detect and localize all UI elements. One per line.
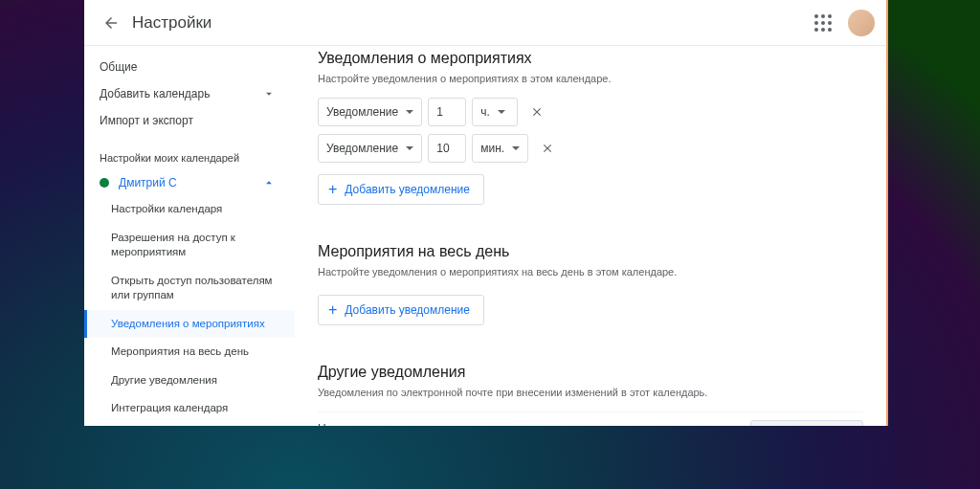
subitem-share-users[interactable]: Открыть доступ пользователям или группам	[84, 267, 295, 310]
subitem-integrate[interactable]: Интеграция календаря	[84, 394, 295, 423]
settings-window: Настройки Общие Добавить календарь Импор…	[84, 0, 888, 426]
section-title: Другие уведомления	[318, 364, 863, 381]
remove-notif-button[interactable]	[534, 135, 561, 162]
notif-unit-select[interactable]: ч.	[472, 98, 518, 126]
dropdown-icon	[498, 110, 505, 114]
sidebar-my-calendars-heading: Настройки моих календарей	[84, 145, 295, 170]
calendar-color-dot	[100, 178, 109, 188]
sidebar-add-calendar[interactable]: Добавить календарь	[84, 80, 295, 107]
section-desc: Настройте уведомления о мероприятиях на …	[318, 266, 863, 278]
notif-unit-label: мин.	[480, 142, 504, 155]
arrow-left-icon	[102, 14, 120, 32]
add-notif-label: Добавить уведомление	[345, 303, 470, 317]
other-row-title: Новые мероприятия	[318, 422, 522, 426]
section-all-day: Мероприятия на весь день Настройте уведо…	[318, 243, 863, 325]
apps-button[interactable]	[808, 8, 838, 38]
close-icon	[530, 105, 544, 119]
sidebar-subitems: Настройки календаря Разрешения на доступ…	[84, 195, 295, 426]
plus-icon: +	[328, 302, 337, 318]
notif-unit-label: ч.	[480, 105, 490, 119]
page-title: Настройки	[132, 13, 212, 33]
body: Общие Добавить календарь Импорт и экспор…	[84, 46, 886, 426]
sidebar-add-calendar-label: Добавить календарь	[100, 87, 210, 100]
dropdown-icon	[512, 146, 520, 150]
other-row-new-events: Новые мероприятия Добавление мероприятия…	[318, 411, 863, 426]
remove-notif-button[interactable]	[523, 99, 550, 125]
close-icon	[541, 142, 554, 155]
notif-type-select[interactable]: Уведомление	[318, 98, 422, 126]
add-notification-button[interactable]: + Добавить уведомление	[318, 174, 484, 205]
notif-type-label: Уведомление	[326, 105, 398, 119]
notif-type-label: Уведомление	[326, 142, 398, 155]
section-other-notifs: Другие уведомления Уведомления по электр…	[318, 364, 863, 426]
add-allday-notification-button[interactable]: + Добавить уведомление	[318, 295, 484, 325]
section-event-notifs: Уведомления о мероприятиях Настройте уве…	[318, 50, 863, 205]
dropdown-icon	[406, 110, 413, 114]
plus-icon: +	[328, 182, 337, 197]
subitem-delete-cal[interactable]: Удаление календаря	[84, 423, 295, 426]
subitem-cal-settings[interactable]: Настройки календаря	[84, 195, 295, 224]
dropdown-icon	[406, 146, 413, 150]
notif-value-input[interactable]	[428, 134, 466, 163]
add-notif-label: Добавить уведомление	[345, 183, 470, 196]
notif-type-select[interactable]: Уведомление	[318, 134, 422, 163]
notif-row: Уведомление ч.	[318, 98, 863, 126]
sidebar: Общие Добавить календарь Импорт и экспор…	[84, 46, 295, 426]
subitem-event-notifs[interactable]: Уведомления о мероприятиях	[84, 310, 295, 339]
subitem-access-perms[interactable]: Разрешения на доступ к мероприятиям	[84, 224, 295, 267]
chevron-up-icon	[262, 176, 276, 189]
apps-icon	[814, 14, 832, 32]
section-desc: Уведомления по электронной почте при вне…	[318, 387, 863, 398]
chevron-down-icon	[262, 87, 276, 100]
subitem-other-notifs[interactable]: Другие уведомления	[84, 367, 295, 395]
header: Настройки	[84, 0, 886, 46]
sidebar-calendar-dmitriy[interactable]: Дмитрий С	[84, 170, 295, 195]
notif-value-input[interactable]	[428, 98, 466, 126]
back-button[interactable]	[96, 8, 126, 38]
section-title: Уведомления о мероприятиях	[318, 50, 863, 67]
avatar[interactable]	[848, 10, 875, 36]
notif-row: Уведомление мин.	[318, 134, 863, 163]
header-right	[808, 8, 875, 38]
sidebar-import-export[interactable]: Импорт и экспорт	[84, 107, 295, 134]
section-desc: Настройте уведомления о мероприятиях в э…	[318, 73, 863, 84]
notif-unit-select[interactable]: мин.	[472, 134, 528, 163]
calendar-name: Дмитрий С	[119, 176, 177, 189]
section-title: Мероприятия на весь день	[318, 243, 863, 260]
sidebar-general[interactable]: Общие	[84, 54, 295, 80]
subitem-all-day[interactable]: Мероприятия на весь день	[84, 338, 295, 367]
other-value-select: Автоматически	[750, 420, 863, 426]
content: Уведомления о мероприятиях Настройте уве…	[295, 46, 886, 426]
